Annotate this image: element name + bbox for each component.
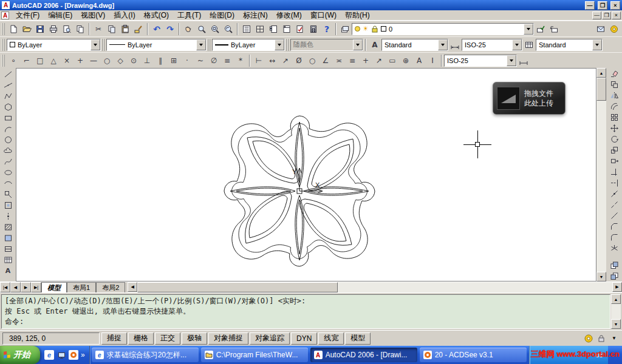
menu-item[interactable]: 窗口(W)	[306, 10, 341, 21]
toolbar-grip[interactable]	[207, 39, 210, 51]
taskbar-item-browser[interactable]: e 求基础综合练习20怎样...	[92, 348, 199, 362]
arc-button[interactable]	[1, 123, 15, 134]
upload-overlay[interactable]: 拖拽文件 此处上传	[493, 82, 566, 115]
start-button[interactable]: 开始	[0, 346, 40, 364]
status-toggle-button[interactable]: 对象追踪	[250, 332, 290, 345]
toolbar-grip[interactable]	[2, 39, 5, 51]
minimize-button[interactable]: —	[585, 1, 595, 10]
mdi-restore-button[interactable]: ❒	[602, 12, 611, 19]
command-scroll-up-button[interactable]: ▲	[611, 294, 621, 304]
snap-center-button[interactable]: ○	[100, 54, 114, 67]
menu-item[interactable]: 帮助(H)	[341, 10, 374, 21]
layer-freeze-icon[interactable]: ☀	[363, 25, 369, 33]
plot-button[interactable]	[47, 22, 60, 36]
help-button[interactable]: ?	[320, 22, 333, 36]
scroll-down-button[interactable]: ▼	[596, 272, 606, 281]
diameter-dimension-button[interactable]: Ø	[292, 54, 306, 67]
status-toggle-button[interactable]: 正交	[155, 332, 180, 345]
zoom-realtime-button[interactable]	[195, 22, 208, 36]
status-toggle-button[interactable]: 捕捉	[101, 332, 127, 345]
snap-parallel-button[interactable]: ∥	[154, 54, 167, 67]
scale-button[interactable]	[607, 145, 621, 156]
join-button[interactable]	[607, 210, 621, 221]
dimension-update-button[interactable]	[517, 54, 530, 67]
etransmit-button[interactable]	[594, 22, 607, 36]
rotate-button[interactable]	[607, 134, 621, 145]
taskbar-item-acdsee[interactable]: 20 - ACDSee v3.1	[420, 348, 527, 362]
menu-item[interactable]: 工具(T)	[173, 10, 205, 21]
horizontal-scrollbar[interactable]: ◀ ▶	[128, 282, 622, 292]
menu-item[interactable]: 标注(N)	[239, 10, 272, 21]
tool-palettes-button[interactable]	[267, 22, 280, 36]
command-scrollbar[interactable]: ▲ ▼	[611, 294, 621, 329]
acdsee-quicklaunch-icon[interactable]	[69, 350, 78, 360]
line-button[interactable]	[1, 69, 15, 79]
tab-layout1[interactable]: 布局1	[67, 282, 96, 292]
status-toggle-button[interactable]: 极轴	[182, 332, 207, 345]
undo-button[interactable]: ↶	[150, 22, 163, 36]
redo-button[interactable]: ↷	[163, 22, 177, 36]
zoom-previous-button[interactable]	[222, 22, 235, 36]
status-toggle-button[interactable]: 对象捕捉	[208, 332, 248, 345]
snap-apparent-intersection-button[interactable]: +	[73, 54, 87, 67]
next-tab-button[interactable]: ▶	[21, 282, 31, 292]
polygon-button[interactable]	[1, 101, 15, 112]
hatch-button[interactable]	[1, 221, 15, 232]
dim-style-dropdown-arrow[interactable]	[512, 39, 522, 50]
erase-button[interactable]	[607, 69, 621, 79]
explode-button[interactable]	[607, 243, 621, 254]
make-block-button[interactable]	[1, 200, 15, 211]
circle-button[interactable]	[1, 134, 15, 145]
color-control[interactable]: ByLayer	[7, 39, 101, 51]
snap-endpoint-button[interactable]: □	[33, 54, 47, 67]
menu-item[interactable]: 编辑(E)	[44, 10, 77, 21]
layer-dropdown-arrow[interactable]	[524, 24, 533, 35]
snap-intersection-button[interactable]: ×	[60, 54, 73, 67]
draworder-back-button[interactable]	[607, 271, 621, 281]
status-menu-arrow-icon[interactable]: ▼	[609, 333, 620, 344]
last-tab-button[interactable]: ▶|	[31, 282, 41, 292]
table-style-control[interactable]: Standard	[536, 39, 603, 51]
copy-to-clipboard-button[interactable]	[105, 22, 118, 36]
toolbar-lock-icon[interactable]	[596, 333, 607, 344]
snap-from-button[interactable]: ⌐	[20, 54, 33, 67]
offset-button[interactable]	[607, 101, 621, 112]
continue-dimension-button[interactable]: +	[359, 54, 372, 67]
chamfer-button[interactable]	[607, 221, 621, 232]
multiline-text-button[interactable]: A	[1, 265, 15, 276]
revision-cloud-button[interactable]	[1, 145, 15, 156]
rectangle-button[interactable]	[1, 112, 15, 123]
layer-control[interactable]: ☀ 0	[352, 23, 534, 35]
temporary-track-point-button[interactable]: ∘	[7, 54, 20, 67]
construction-line-button[interactable]	[1, 79, 15, 90]
draworder-front-button[interactable]	[607, 260, 621, 271]
table-button[interactable]	[1, 254, 15, 265]
polyline-button[interactable]	[1, 90, 15, 101]
toolbar-grip[interactable]	[2, 55, 5, 67]
ordinate-dimension-button[interactable]: ↗	[279, 54, 292, 67]
layer-lock-icon[interactable]	[371, 25, 378, 33]
drawing-mdi-icon[interactable]: A	[1, 12, 9, 19]
tolerance-button[interactable]: ▭	[386, 54, 399, 67]
lineweight-control[interactable]: ByLayer	[212, 39, 285, 51]
menu-item[interactable]: 绘图(D)	[205, 10, 239, 21]
dimension-text-edit-button[interactable]: I	[426, 54, 439, 67]
color-dropdown-arrow[interactable]	[91, 39, 100, 50]
cut-button[interactable]: ✂	[92, 22, 105, 36]
snap-node-button[interactable]: ·	[180, 54, 194, 67]
communication-center-button[interactable]	[607, 22, 621, 36]
toolbar-grip[interactable]	[101, 39, 104, 51]
layer-properties-button[interactable]	[338, 22, 352, 36]
restore-button[interactable]: ❒	[598, 1, 607, 10]
snap-insert-button[interactable]: ⊞	[167, 54, 180, 67]
quick-dimension-button[interactable]: ≍	[332, 54, 346, 67]
communication-center-icon[interactable]	[583, 333, 594, 344]
center-mark-button[interactable]: ⊕	[399, 54, 412, 67]
match-properties-button[interactable]	[132, 22, 145, 36]
snap-none-button[interactable]: ∅	[207, 54, 220, 67]
angular-dimension-button[interactable]: ∠	[319, 54, 332, 67]
scroll-up-button[interactable]: ▲	[596, 68, 606, 78]
table-style-dropdown-arrow[interactable]	[592, 39, 602, 50]
gradient-button[interactable]	[1, 232, 15, 243]
properties-button[interactable]	[240, 22, 253, 36]
